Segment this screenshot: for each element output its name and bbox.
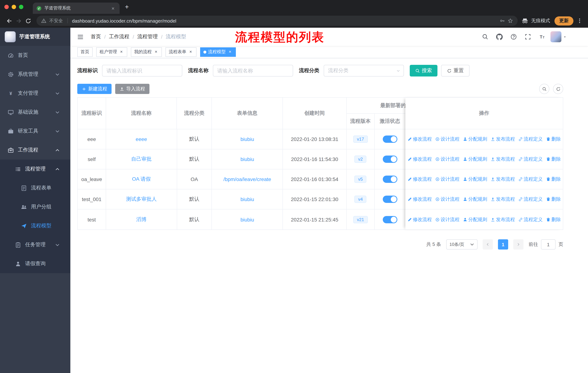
action-design[interactable]: 设计流程 — [435, 196, 460, 202]
search-icon[interactable] — [480, 31, 491, 42]
sidebar-item-process-model[interactable]: 流程模型 — [0, 216, 70, 235]
active-toggle[interactable] — [383, 156, 397, 163]
sidebar-item-task-manage[interactable]: 任务管理 — [0, 235, 70, 254]
action-delete[interactable]: 删除 — [546, 176, 561, 182]
action-assign-rule[interactable]: 分配规则 — [463, 156, 487, 162]
action-design[interactable]: 设计流程 — [435, 176, 460, 182]
process-name-link[interactable]: OA 请假 — [132, 176, 151, 182]
action-assign-rule[interactable]: 分配规则 — [463, 176, 487, 182]
action-modify[interactable]: 修改流程 — [407, 176, 432, 182]
mac-zoom-button[interactable] — [19, 5, 23, 9]
import-process-button[interactable]: 导入流程 — [115, 84, 149, 94]
user-avatar[interactable] — [550, 31, 561, 42]
action-design[interactable]: 设计流程 — [435, 156, 460, 162]
mac-minimize-button[interactable] — [12, 5, 16, 9]
sidebar-item-workflow[interactable]: 工作流程 — [0, 141, 70, 160]
help-icon[interactable] — [508, 31, 519, 42]
font-size-icon[interactable]: TT — [537, 31, 547, 42]
form-info-link[interactable]: biubiu — [241, 196, 254, 202]
sidebar-item-payment-manage[interactable]: ¥ 支付管理 — [0, 84, 70, 103]
process-name-link[interactable]: 自己审批 — [131, 156, 151, 162]
browser-tab[interactable]: 芋道管理系统 × — [33, 2, 120, 14]
reload-button[interactable] — [23, 16, 33, 26]
action-modify[interactable]: 修改流程 — [407, 216, 432, 223]
action-design[interactable]: 设计流程 — [435, 216, 460, 223]
goto-page-input[interactable] — [541, 239, 556, 250]
new-tab-button[interactable]: + — [122, 2, 132, 12]
create-process-button[interactable]: 新建流程 — [77, 84, 112, 94]
page-size-select[interactable]: 10条/页 — [446, 239, 478, 250]
breadcrumb-item[interactable]: 首页 — [91, 33, 101, 40]
tag-my-process[interactable]: 我的流程 × — [131, 47, 162, 57]
form-info-link[interactable]: biubiu — [241, 136, 254, 142]
password-key-icon[interactable] — [500, 18, 505, 23]
category-select[interactable]: 流程分类 — [324, 65, 404, 77]
action-modify[interactable]: 修改流程 — [407, 136, 432, 142]
tag-home[interactable]: 首页 — [77, 47, 93, 57]
process-id-input[interactable] — [102, 65, 182, 77]
back-button[interactable] — [4, 16, 14, 26]
form-info-link[interactable]: /bpm/oa/leave/create — [223, 176, 271, 182]
page-number-button[interactable]: 1 — [498, 239, 508, 250]
security-label[interactable]: 不安全 — [49, 18, 63, 24]
action-definition[interactable]: 流程定义 — [518, 176, 543, 182]
active-toggle[interactable] — [383, 176, 397, 183]
browser-menu-icon[interactable] — [576, 16, 584, 26]
browser-update-button[interactable]: 更新 — [555, 16, 573, 25]
action-delete[interactable]: 删除 — [546, 136, 561, 142]
action-definition[interactable]: 流程定义 — [518, 136, 543, 142]
action-definition[interactable]: 流程定义 — [518, 196, 543, 202]
action-publish[interactable]: 发布流程 — [491, 136, 515, 142]
breadcrumb-item[interactable]: 流程管理 — [137, 33, 158, 40]
sidebar-item-home[interactable]: 首页 — [0, 46, 70, 65]
next-page-button[interactable] — [513, 239, 524, 250]
action-publish[interactable]: 发布流程 — [491, 176, 515, 182]
sidebar-item-infrastructure[interactable]: 基础设施 — [0, 103, 70, 122]
breadcrumb-item[interactable]: 工作流程 — [109, 33, 129, 40]
tag-process-model[interactable]: 流程模型 × — [200, 47, 236, 57]
prev-page-button[interactable] — [483, 239, 493, 250]
form-info-link[interactable]: biubiu — [241, 217, 254, 222]
sidebar-item-leave-query[interactable]: 请假查询 — [0, 254, 70, 273]
tag-tenant-manage[interactable]: 租户管理 × — [96, 47, 127, 57]
active-toggle[interactable] — [383, 135, 397, 143]
active-toggle[interactable] — [383, 196, 397, 203]
process-name-input[interactable] — [213, 65, 293, 77]
sidebar-item-process-manage[interactable]: 流程管理 — [0, 160, 70, 179]
action-delete[interactable]: 删除 — [546, 156, 561, 162]
address-bar[interactable]: 不安全 dashboard.yudao.iocoder.cn/bpm/manag… — [36, 16, 518, 26]
mac-close-button[interactable] — [4, 5, 9, 9]
action-delete[interactable]: 删除 — [546, 216, 561, 223]
sidebar-toggle-icon[interactable] — [76, 33, 84, 41]
action-assign-rule[interactable]: 分配规则 — [463, 196, 487, 202]
tag-process-form[interactable]: 流程表单 × — [166, 47, 197, 57]
sidebar-item-user-group[interactable]: 用户分组 — [0, 197, 70, 216]
form-info-link[interactable]: biubiu — [241, 156, 254, 162]
tag-close-icon[interactable]: × — [119, 49, 124, 54]
action-modify[interactable]: 修改流程 — [407, 156, 432, 162]
action-definition[interactable]: 流程定义 — [518, 216, 543, 223]
forward-button[interactable] — [14, 16, 23, 26]
process-name-link[interactable]: eeee — [136, 136, 147, 142]
tab-close-icon[interactable]: × — [110, 5, 116, 11]
avatar-caret-icon[interactable] — [563, 35, 567, 39]
reset-button[interactable]: 重置 — [441, 65, 470, 77]
action-assign-rule[interactable]: 分配规则 — [463, 216, 487, 223]
bookmark-star-icon[interactable] — [508, 18, 513, 23]
sidebar-item-system-manage[interactable]: 系统管理 — [0, 65, 70, 84]
action-design[interactable]: 设计流程 — [435, 136, 460, 142]
action-publish[interactable]: 发布流程 — [491, 196, 515, 202]
action-definition[interactable]: 流程定义 — [518, 156, 543, 162]
github-icon[interactable] — [494, 31, 505, 42]
tag-close-icon[interactable]: × — [188, 49, 193, 54]
sidebar-item-dev-tools[interactable]: 研发工具 — [0, 122, 70, 141]
tag-close-icon[interactable]: × — [228, 49, 232, 54]
sidebar-item-process-form[interactable]: 流程表单 — [0, 179, 70, 197]
fullscreen-icon[interactable] — [522, 31, 533, 42]
toggle-search-button[interactable] — [539, 84, 549, 94]
sidebar-logo[interactable]: 芋道管理系统 — [0, 28, 70, 46]
action-delete[interactable]: 删除 — [546, 196, 561, 202]
action-modify[interactable]: 修改流程 — [407, 196, 432, 202]
refresh-table-button[interactable] — [553, 84, 563, 94]
process-name-link[interactable]: 测试多审批人 — [126, 196, 157, 202]
